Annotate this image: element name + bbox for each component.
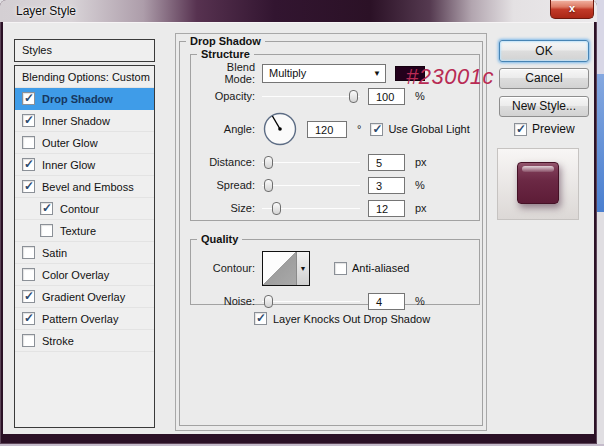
style-enabled-checkbox[interactable]: [22, 290, 35, 303]
blend-mode-label: Blend Mode:: [195, 61, 255, 85]
style-enabled-checkbox[interactable]: [22, 246, 35, 259]
distance-slider[interactable]: [262, 154, 360, 170]
knockout-row: Layer Knocks Out Drop Shadow: [254, 312, 430, 325]
distance-input[interactable]: 5: [368, 154, 405, 171]
styles-list-item[interactable]: Gradient Overlay: [15, 286, 154, 308]
styles-list-item[interactable]: Color Overlay: [15, 264, 154, 286]
screen: Layer Style x Styles Blending Options: C…: [0, 0, 604, 446]
chevron-down-icon: ▼: [373, 69, 381, 78]
style-preview-thumbnail: [497, 148, 579, 220]
slider-thumb[interactable]: [349, 90, 358, 103]
noise-input[interactable]: 4: [368, 293, 405, 310]
slider-thumb[interactable]: [264, 156, 273, 169]
style-enabled-checkbox[interactable]: [22, 114, 35, 127]
angle-input[interactable]: 120: [307, 121, 347, 138]
desktop-background-blue-strip: [596, 74, 604, 212]
style-enabled-checkbox[interactable]: [22, 136, 35, 149]
angle-dial[interactable]: [262, 111, 298, 147]
style-enabled-checkbox[interactable]: [22, 158, 35, 171]
noise-label: Noise:: [195, 295, 255, 307]
slider-track: [262, 96, 360, 97]
size-label: Size:: [195, 202, 255, 214]
contour-label: Contour:: [195, 262, 255, 274]
dialog-body: Styles Blending Options: Custom Drop Sha…: [3, 22, 594, 434]
styles-list-item[interactable]: Stroke: [15, 330, 154, 352]
preview-checkbox[interactable]: [514, 123, 527, 136]
cancel-button[interactable]: Cancel: [499, 68, 589, 89]
size-row: Size: 12 px: [191, 198, 479, 218]
chevron-down-icon[interactable]: ▼: [296, 252, 309, 285]
blend-mode-value: Multiply: [269, 67, 306, 79]
color-annotation: #23001c: [406, 64, 494, 90]
styles-list-item[interactable]: Inner Glow: [15, 154, 154, 176]
spread-unit: %: [415, 179, 425, 191]
contour-picker[interactable]: ▼: [262, 251, 310, 286]
preview-label: Preview: [532, 122, 575, 136]
ok-button[interactable]: OK: [499, 40, 589, 62]
size-slider[interactable]: [262, 200, 360, 216]
use-global-light-checkbox[interactable]: [370, 123, 383, 136]
contour-row: Contour: ▼ Anti-aliased: [191, 248, 479, 288]
preview-layer-swatch: [517, 162, 559, 204]
style-enabled-checkbox[interactable]: [40, 202, 53, 215]
style-enabled-checkbox[interactable]: [22, 268, 35, 281]
size-input[interactable]: 12: [368, 200, 405, 217]
slider-thumb[interactable]: [272, 202, 281, 215]
quality-group-title: Quality: [197, 233, 242, 245]
layer-knocks-out-checkbox[interactable]: [254, 312, 267, 325]
slider-track: [262, 301, 360, 302]
styles-list-item[interactable]: Texture: [15, 220, 154, 242]
styles-list-item[interactable]: Inner Shadow: [15, 110, 154, 132]
noise-slider[interactable]: [262, 293, 360, 309]
slider-track: [262, 162, 360, 163]
opacity-slider[interactable]: [262, 88, 360, 104]
structure-group-title: Structure: [197, 48, 254, 60]
style-enabled-checkbox[interactable]: [22, 180, 35, 193]
style-item-label: Satin: [42, 247, 67, 259]
styles-list-item[interactable]: Satin: [15, 242, 154, 264]
styles-list-item[interactable]: Blending Options: Custom: [15, 66, 154, 88]
close-button[interactable]: x: [550, 0, 594, 19]
style-enabled-checkbox[interactable]: [22, 92, 35, 105]
style-item-label: Stroke: [42, 335, 74, 347]
layer-knocks-out-label: Layer Knocks Out Drop Shadow: [273, 313, 430, 325]
slider-track: [262, 185, 360, 186]
styles-list-item[interactable]: Outer Glow: [15, 132, 154, 154]
styles-list-item[interactable]: Pattern Overlay: [15, 308, 154, 330]
new-style-button[interactable]: New Style...: [499, 96, 589, 117]
style-enabled-checkbox[interactable]: [40, 224, 53, 237]
style-enabled-checkbox[interactable]: [22, 312, 35, 325]
angle-label: Angle:: [195, 123, 255, 135]
distance-row: Distance: 5 px: [191, 152, 479, 172]
styles-list-item[interactable]: Contour: [15, 198, 154, 220]
quality-group: Quality Contour: ▼ Anti-aliased Noise:: [190, 233, 480, 305]
slider-thumb[interactable]: [264, 179, 273, 192]
style-item-label: Texture: [60, 225, 96, 237]
style-enabled-checkbox[interactable]: [22, 334, 35, 347]
spread-label: Spread:: [195, 179, 255, 191]
spread-slider[interactable]: [262, 177, 360, 193]
style-item-label: Outer Glow: [42, 137, 98, 149]
title-bar[interactable]: Layer Style x: [0, 0, 597, 22]
drop-shadow-group-title: Drop Shadow: [186, 35, 265, 47]
blend-mode-select[interactable]: Multiply ▼: [262, 64, 386, 83]
anti-aliased-label: Anti-aliased: [352, 262, 409, 274]
style-item-label: Contour: [60, 203, 99, 215]
noise-row: Noise: 4 %: [191, 291, 479, 311]
spread-row: Spread: 3 %: [191, 175, 479, 195]
drop-shadow-panel: Drop Shadow Structure Blend Mode: Multip…: [175, 33, 487, 431]
styles-list-item[interactable]: Drop Shadow: [15, 88, 154, 110]
desktop-background: [596, 0, 604, 74]
anti-aliased-checkbox[interactable]: [334, 262, 347, 275]
slider-thumb[interactable]: [264, 295, 273, 308]
styles-list-item[interactable]: Bevel and Emboss: [15, 176, 154, 198]
style-item-label: Pattern Overlay: [42, 313, 118, 325]
opacity-unit: %: [415, 90, 425, 102]
contour-thumbnail: [263, 252, 296, 285]
style-item-label: Blending Options: Custom: [22, 71, 150, 83]
style-item-label: Gradient Overlay: [42, 291, 125, 303]
spread-input[interactable]: 3: [368, 177, 405, 194]
opacity-input[interactable]: 100: [368, 88, 405, 105]
distance-unit: px: [415, 156, 427, 168]
angle-unit: °: [357, 123, 361, 135]
